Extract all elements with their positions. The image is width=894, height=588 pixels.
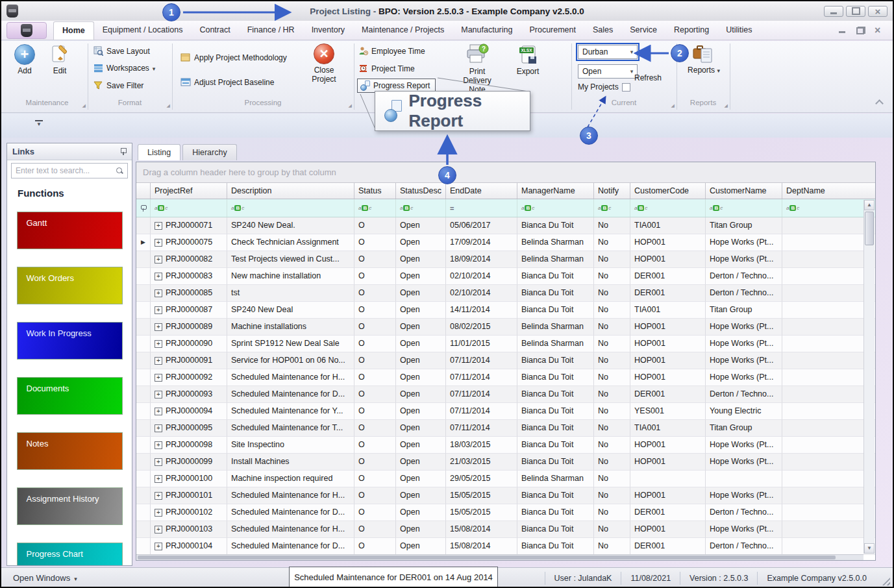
filter-cell[interactable] <box>517 199 594 217</box>
collapse-ribbon-icon[interactable] <box>875 99 884 108</box>
expand-icon[interactable] <box>155 492 162 500</box>
expand-icon[interactable] <box>155 475 162 483</box>
table-row[interactable]: PRJ0000104 Scheduled Maintenance for D..… <box>136 538 875 555</box>
expand-icon[interactable] <box>155 458 162 466</box>
expand-icon[interactable] <box>155 273 162 280</box>
expand-icon[interactable] <box>155 222 162 230</box>
dialog-launcher-icon[interactable]: ◢ <box>167 103 170 108</box>
filter-cell[interactable] <box>396 199 446 217</box>
expand-icon[interactable] <box>155 408 162 415</box>
column-header[interactable]: DeptName <box>782 183 875 199</box>
expand-icon[interactable] <box>155 256 162 263</box>
text-filter-icon[interactable] <box>634 205 647 211</box>
table-row[interactable]: PRJ0000094 Scheduled Maintenance for Y..… <box>136 403 875 420</box>
table-row[interactable]: PRJ0000091 Service for HOP001 on 06 No..… <box>136 352 875 369</box>
column-header[interactable]: StatusDesc <box>396 183 446 199</box>
menu-tab[interactable]: Inventory <box>303 21 353 40</box>
links-search-box[interactable] <box>11 163 128 178</box>
expand-icon[interactable] <box>155 509 162 517</box>
table-row[interactable]: PRJ0000093 Scheduled Maintenance for D..… <box>136 386 875 403</box>
table-row[interactable]: PRJ0000092 Scheduled Maintenance for H..… <box>136 369 875 386</box>
status-dropdown[interactable]: Open <box>578 64 638 79</box>
table-row[interactable]: PRJ0000102 Scheduled Maintenance for D..… <box>136 504 875 521</box>
site-dropdown[interactable]: Durban <box>578 45 638 59</box>
table-row[interactable]: PRJ0000071 SP240 New Deal. O Open 05/06/… <box>136 217 875 234</box>
menu-tab[interactable]: Utilities <box>717 21 760 40</box>
app-menu-button[interactable] <box>6 22 47 39</box>
expand-icon[interactable] <box>155 340 162 348</box>
employee-time-button[interactable]: Employee Time <box>358 46 425 56</box>
mdi-minimize-icon[interactable] <box>838 27 847 34</box>
menu-tab[interactable]: Maintenance / Projects <box>353 21 453 40</box>
table-row[interactable]: PRJ0000095 Scheduled Maintenance for T..… <box>136 420 875 437</box>
column-header[interactable]: Description <box>227 183 354 199</box>
my-projects-toggle[interactable]: My Projects <box>578 82 630 92</box>
group-by-bar[interactable]: Drag a column header here to group by th… <box>136 162 875 183</box>
table-row[interactable]: PRJ0000103 Scheduled Maintenance for H..… <box>136 521 875 538</box>
column-header[interactable]: EndDate <box>446 183 517 199</box>
function-button[interactable]: Progress Chart <box>17 543 123 566</box>
save-filter-button[interactable]: Save Filter <box>93 81 143 90</box>
table-row[interactable]: PRJ0000089 Machine installations O Open … <box>136 319 875 336</box>
filter-cell[interactable] <box>594 199 630 217</box>
mdi-restore-icon[interactable] <box>856 27 865 34</box>
filter-cell[interactable] <box>782 199 875 217</box>
close-project-button[interactable]: ✕ Close Project <box>304 43 344 84</box>
menu-tab[interactable]: Sales <box>584 21 621 40</box>
refresh-button[interactable]: Refresh <box>634 73 662 82</box>
horizontal-scrollbar[interactable] <box>136 554 863 560</box>
menu-tab[interactable]: Procurement <box>521 21 584 40</box>
table-row[interactable]: PRJ0000082 Test Projects viewed in Cust.… <box>136 251 875 268</box>
add-button[interactable]: + Add <box>10 44 39 76</box>
text-filter-icon[interactable] <box>786 205 799 211</box>
filter-cell[interactable] <box>227 199 354 217</box>
project-time-button[interactable]: Project Time <box>358 64 415 73</box>
chevron-down-icon[interactable] <box>627 49 637 55</box>
export-button[interactable]: XLSX Export <box>508 43 548 77</box>
expand-icon[interactable] <box>155 526 162 533</box>
resize-grip[interactable] <box>882 578 890 585</box>
table-row[interactable]: PRJ0000098 Site Inspectino O Open 18/03/… <box>136 437 875 454</box>
mdi-close-icon[interactable] <box>875 27 884 34</box>
expand-icon[interactable] <box>155 441 162 449</box>
scroll-up-icon[interactable] <box>864 200 875 210</box>
workspaces-button[interactable]: Workspaces <box>93 64 155 73</box>
print-delivery-note-button[interactable]: ? Print Delivery Note <box>454 43 500 94</box>
table-row[interactable]: PRJ0000090 Sprint SP1912 New Deal Sale O… <box>136 336 875 352</box>
adjust-project-baseline-button[interactable]: Adjust Project Baseline <box>180 77 274 87</box>
text-filter-icon[interactable] <box>155 205 168 211</box>
expand-icon[interactable] <box>155 374 162 382</box>
menu-tab[interactable]: Equipment / Locations <box>94 21 192 40</box>
table-row[interactable]: PRJ0000101 Scheduled Maintenance for H..… <box>136 487 875 504</box>
expand-icon[interactable] <box>155 289 162 297</box>
menu-tab[interactable]: Reporting <box>665 21 717 40</box>
expand-icon[interactable] <box>155 424 162 432</box>
expand-icon[interactable] <box>155 543 162 550</box>
dialog-launcher-icon[interactable]: ◢ <box>349 103 352 108</box>
column-header[interactable]: Status <box>354 183 396 199</box>
expand-icon[interactable] <box>155 323 162 331</box>
text-filter-icon[interactable] <box>231 205 244 211</box>
filter-cell[interactable]: = <box>446 199 517 217</box>
vertical-scrollbar[interactable] <box>863 200 875 554</box>
my-projects-checkbox[interactable] <box>622 83 630 92</box>
search-input[interactable] <box>16 166 116 175</box>
function-button[interactable]: Work In Progress <box>17 322 123 360</box>
column-header[interactable]: Notify <box>594 183 630 199</box>
text-filter-icon[interactable] <box>400 205 413 211</box>
column-header[interactable]: CustomerCode <box>630 183 706 199</box>
scroll-down-icon[interactable] <box>864 543 875 554</box>
expand-icon[interactable] <box>155 239 162 247</box>
function-button[interactable]: Gantt <box>17 212 123 249</box>
table-row[interactable]: PRJ0000099 Install Machines O Open 21/03… <box>136 454 875 471</box>
function-button[interactable]: Assignment History <box>17 487 123 525</box>
expand-icon[interactable] <box>155 306 162 314</box>
text-filter-icon[interactable] <box>598 205 611 211</box>
filter-cell[interactable] <box>354 199 396 217</box>
open-windows-button[interactable]: Open Windows <box>13 573 77 583</box>
menu-tab[interactable]: Contract <box>191 21 238 40</box>
menu-tab[interactable]: Service <box>621 21 665 40</box>
function-button[interactable]: Documents <box>17 377 123 415</box>
scrollbar-thumb[interactable] <box>865 212 874 245</box>
dialog-launcher-icon[interactable]: ◢ <box>671 103 675 108</box>
